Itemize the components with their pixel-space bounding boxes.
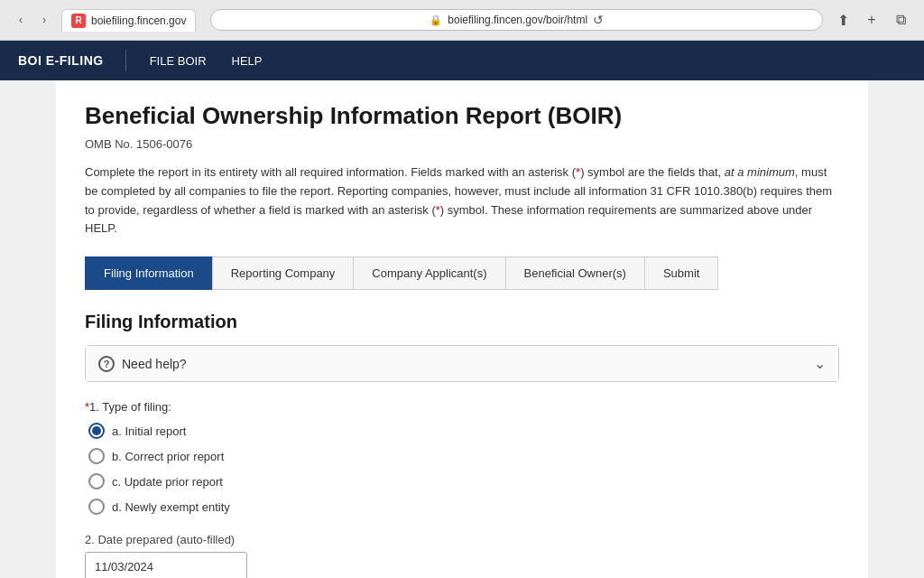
tab-title: boiefiling.fincen.gov (91, 14, 186, 27)
radio-label-a: a. Initial report (112, 424, 186, 438)
url-text: boiefiling.fincen.gov/boir/html (448, 14, 587, 26)
radio-outer-d (88, 499, 105, 515)
nav-logo: BOI E-FILING (18, 53, 104, 68)
nav-divider (125, 50, 126, 71)
tab-favicon: R (71, 14, 86, 28)
radio-label-b: b. Correct prior report (112, 450, 224, 463)
omb-number: OMB No. 1506-0076 (85, 137, 839, 151)
tab-submit[interactable]: Submit (644, 256, 718, 290)
tabs-row: Filing Information Reporting Company Com… (85, 256, 839, 290)
help-header[interactable]: ? Need help? ⌄ (86, 346, 838, 381)
radio-outer-a (88, 423, 105, 439)
browser-controls: ‹ › (11, 10, 54, 30)
radio-update-prior[interactable]: c. Update prior report (88, 473, 839, 489)
help-icon: ? (98, 356, 115, 372)
radio-inner-a (92, 426, 101, 435)
nav-file-boir[interactable]: FILE BOIR (148, 51, 208, 71)
radio-label-d: d. Newly exempt entity (112, 500, 230, 514)
toolbar-actions: ⬆ + ⧉ (830, 7, 913, 33)
lock-icon: 🔒 (430, 14, 442, 26)
help-accordion[interactable]: ? Need help? ⌄ (85, 345, 839, 382)
browser-tab[interactable]: R boiefiling.fincen.gov (61, 9, 196, 32)
radio-newly-exempt[interactable]: d. Newly exempt entity (88, 499, 839, 515)
filing-type-label: *1. Type of filing: (85, 400, 839, 414)
date-label: 2. Date prepared (auto-filled) (85, 533, 839, 546)
address-bar[interactable]: 🔒 boiefiling.fincen.gov/boir/html ↺ (210, 9, 823, 31)
new-tab-button[interactable]: + (859, 7, 884, 33)
share-button[interactable]: ⬆ (830, 7, 855, 33)
filing-type-radio-group: a. Initial report b. Correct prior repor… (88, 423, 839, 515)
help-header-left: ? Need help? (98, 356, 187, 372)
chevron-down-icon: ⌄ (814, 355, 826, 372)
page-title: Beneficial Ownership Information Report … (85, 102, 839, 130)
radio-label-c: c. Update prior report (112, 475, 223, 489)
radio-outer-b (88, 448, 105, 464)
tab-area: R boiefiling.fincen.gov (61, 9, 196, 32)
date-prepared-input[interactable] (85, 552, 247, 578)
nav-bar: BOI E-FILING FILE BOIR HELP (0, 41, 924, 80)
tab-filing-information[interactable]: Filing Information (85, 256, 212, 290)
main-content: Beneficial Ownership Information Report … (56, 80, 868, 578)
tabs-button[interactable]: ⧉ (888, 7, 913, 33)
tab-reporting-company[interactable]: Reporting Company (212, 256, 354, 290)
reload-button[interactable]: ↺ (593, 13, 604, 27)
tab-beneficial-owners[interactable]: Beneficial Owner(s) (505, 256, 644, 290)
radio-correct-prior[interactable]: b. Correct prior report (88, 448, 839, 464)
help-label: Need help? (122, 357, 187, 371)
nav-help[interactable]: HELP (230, 51, 264, 71)
radio-initial-report[interactable]: a. Initial report (88, 423, 839, 439)
page-description: Complete the report in its entirety with… (85, 163, 839, 238)
forward-button[interactable]: › (34, 10, 54, 30)
tab-company-applicants[interactable]: Company Applicant(s) (353, 256, 504, 290)
section-title: Filing Information (85, 312, 839, 332)
radio-outer-c (88, 473, 105, 489)
browser-chrome: ‹ › R boiefiling.fincen.gov 🔒 boiefiling… (0, 0, 924, 41)
back-button[interactable]: ‹ (11, 10, 31, 30)
